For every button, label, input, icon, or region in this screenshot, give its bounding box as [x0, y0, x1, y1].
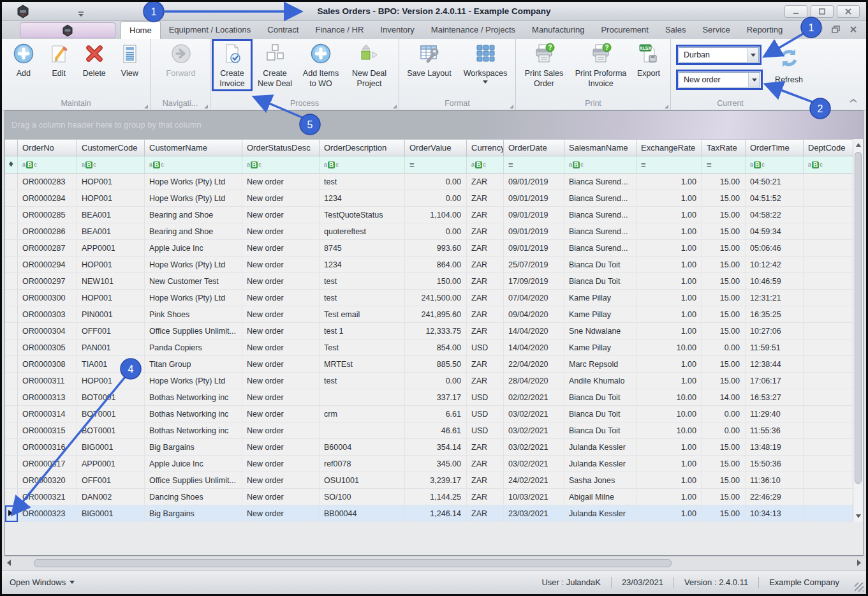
tab-maintenance-projects[interactable]: Maintenance / Projects — [423, 21, 524, 39]
filter-cell-ExchangeRate[interactable]: = — [636, 156, 702, 174]
table-row[interactable]: OR0000314BOT0001Bothas Networking incNew… — [5, 406, 853, 422]
print-proforma-invoice-button[interactable]: ? Print Proforma Invoice — [570, 41, 632, 89]
scroll-down-icon[interactable] — [856, 514, 861, 518]
column-header-SalesmanName[interactable]: SalesmanName — [564, 139, 636, 156]
dialog-launcher-icon[interactable] — [824, 105, 828, 108]
table-row[interactable]: OR0000311HOP001Hope Works (Pty) LtdNew o… — [5, 373, 853, 389]
table-row[interactable]: OR0000323BIG0001Big BargainsNew orderBB0… — [5, 505, 853, 522]
print-sales-order-button[interactable]: ? Print Sales Order — [521, 41, 567, 89]
chevron-down-icon[interactable] — [747, 48, 758, 62]
tab-procurement[interactable]: Procurement — [592, 21, 656, 39]
filter-cell-OrderValue[interactable]: = — [405, 156, 467, 174]
column-header-OrderNo[interactable]: OrderNo — [18, 139, 77, 156]
new-deal-project-button[interactable]: New Deal Project — [346, 41, 393, 89]
filter-cell-TaxRate[interactable]: = — [702, 156, 746, 174]
column-header-OrderStatusDesc[interactable]: OrderStatusDesc — [242, 139, 320, 156]
close-button[interactable] — [837, 5, 860, 18]
filter-cell-OrderStatusDesc[interactable]: aBc — [242, 156, 320, 174]
tab-service[interactable]: Service — [694, 21, 738, 39]
filter-cell-DeptCode[interactable]: aBc — [804, 156, 853, 174]
column-header-ExchangeRate[interactable]: ExchangeRate — [636, 139, 702, 156]
scroll-up-icon[interactable] — [856, 143, 861, 147]
refresh-button[interactable]: Refresh — [768, 44, 810, 86]
table-row[interactable]: OR0000283HOP001Hope Works (Pty) LtdNew o… — [5, 174, 853, 190]
table-row[interactable]: OR0000287APP0001Apple Juice IncNew order… — [5, 240, 853, 257]
tab-home[interactable]: Home — [121, 21, 161, 39]
column-header-TaxRate[interactable]: TaxRate — [702, 139, 746, 156]
filter-cell-SalesmanName[interactable]: aBc — [564, 156, 636, 174]
scroll-right-icon[interactable] — [857, 560, 861, 566]
edit-button[interactable]: Edit — [41, 41, 77, 79]
table-row[interactable]: OR0000315BOT0001Bothas Networking incNew… — [5, 422, 853, 439]
resize-grip[interactable] — [855, 583, 864, 592]
dialog-launcher-icon[interactable] — [393, 105, 397, 108]
column-header-Currency[interactable]: Currency — [467, 139, 504, 156]
column-header-OrderValue[interactable]: OrderValue — [405, 139, 467, 156]
column-header-OrderDate[interactable]: OrderDate — [504, 139, 564, 156]
table-row[interactable]: OR0000284HOP001Hope Works (Pty) LtdNew o… — [5, 190, 853, 207]
application-menu-button[interactable] — [20, 22, 115, 38]
table-row[interactable]: OR0000308TIA001Titan GroupNew orderMRTEs… — [5, 356, 853, 373]
tab-inventory[interactable]: Inventory — [372, 21, 422, 39]
table-row[interactable]: OR0000304OFF001Office Supplies Unlimit..… — [5, 323, 853, 339]
view-button[interactable]: View — [112, 41, 148, 79]
add-items-to-wo-button[interactable]: Add Items to WO — [298, 41, 343, 89]
column-header-CustomerName[interactable]: CustomerName — [145, 139, 242, 156]
tab-scroll-right-icon[interactable] — [813, 24, 823, 36]
site-dropdown[interactable]: Durban — [679, 47, 759, 63]
dialog-launcher-icon[interactable] — [510, 105, 513, 108]
table-row[interactable]: OR0000303PIN0001Pink ShoesNew orderTest … — [5, 306, 853, 323]
open-windows-button[interactable]: Open Windows — [2, 577, 75, 587]
table-row[interactable]: OR0000286BEA001Bearing and ShoeNew order… — [5, 223, 853, 240]
table-row[interactable]: OR0000297NEW101New Customer TestNew orde… — [5, 273, 853, 290]
column-header-OrderDescription[interactable]: OrderDescription — [320, 139, 405, 156]
export-button[interactable]: XLSX Export — [632, 41, 665, 89]
filter-cell-OrderTime[interactable]: aBc — [746, 156, 804, 174]
save-layout-button[interactable]: Save Layout — [404, 41, 454, 84]
table-row[interactable]: OR0000321DAN002Dancing ShoesNew orderSO/… — [5, 489, 853, 505]
tab-sales[interactable]: Sales — [657, 21, 695, 39]
filter-cell-OrderDescription[interactable]: aBc — [320, 156, 405, 174]
filter-cell-OrderNo[interactable]: aBc — [18, 156, 77, 174]
close-document-icon[interactable] — [850, 24, 857, 36]
filter-cell-CustomerCode[interactable]: aBc — [77, 156, 145, 174]
scroll-left-icon[interactable] — [7, 560, 11, 566]
create-invoice-button[interactable]: Create Invoice — [214, 41, 250, 89]
tab-contract[interactable]: Contract — [259, 21, 307, 39]
filter-cell-CustomerName[interactable]: aBc — [145, 156, 242, 174]
tab-equipment-locations[interactable]: Equipment / Locations — [161, 21, 260, 39]
filter-cell-OrderDate[interactable]: = — [504, 156, 564, 174]
workspaces-button[interactable]: Workspaces — [458, 41, 513, 84]
table-row[interactable]: OR0000317APP0001Apple Juice IncNew order… — [5, 456, 853, 472]
maximize-button[interactable] — [811, 5, 834, 18]
table-row[interactable]: OR0000285BEA001Bearing and ShoeNew order… — [5, 207, 853, 223]
table-row[interactable]: OR0000320OFF001Office Supplies Unlimit..… — [5, 472, 853, 489]
table-row[interactable]: OR0000294HOP001Hope Works (Pty) LtdNew o… — [5, 257, 853, 273]
filter-cell-Currency[interactable]: aBc — [467, 156, 504, 174]
column-header-DeptCode[interactable]: DeptCode — [804, 139, 853, 156]
table-row[interactable]: OR0000313BOT0001Bothas Networking incNew… — [5, 389, 853, 406]
horizontal-scrollbar-thumb[interactable] — [34, 559, 672, 567]
chevron-down-icon[interactable] — [748, 73, 760, 87]
add-button[interactable]: Add — [6, 41, 41, 79]
column-header-OrderTime[interactable]: OrderTime — [746, 139, 804, 156]
table-row[interactable]: OR0000316BIG0001Big BargainsNew orderB60… — [5, 439, 853, 456]
dialog-launcher-icon[interactable] — [144, 105, 148, 108]
create-new-deal-button[interactable]: Create New Deal — [255, 41, 295, 89]
table-row[interactable]: OR0000305PAN001Panda CopiersNew orderTes… — [5, 339, 853, 356]
tab-reporting[interactable]: Reporting — [739, 21, 784, 39]
horizontal-scrollbar[interactable] — [2, 556, 866, 570]
vertical-scrollbar-thumb[interactable] — [855, 152, 862, 484]
dialog-launcher-icon[interactable] — [665, 105, 668, 108]
dialog-launcher-icon[interactable] — [204, 105, 208, 108]
restore-window-icon[interactable] — [832, 24, 841, 36]
collapse-ribbon-icon[interactable] — [848, 95, 858, 107]
tab-manufacturing[interactable]: Manufacturing — [524, 21, 592, 39]
table-row[interactable]: OR0000300HOP001Hope Works (Pty) LtdNew o… — [5, 290, 853, 306]
minimize-button[interactable] — [784, 5, 807, 18]
vertical-scrollbar[interactable] — [853, 139, 863, 522]
order-status-dropdown[interactable]: New order — [679, 72, 760, 87]
column-header-CustomerCode[interactable]: CustomerCode — [77, 139, 145, 156]
delete-button[interactable]: Delete — [77, 41, 112, 79]
tab-finance-hr[interactable]: Finance / HR — [307, 21, 372, 39]
